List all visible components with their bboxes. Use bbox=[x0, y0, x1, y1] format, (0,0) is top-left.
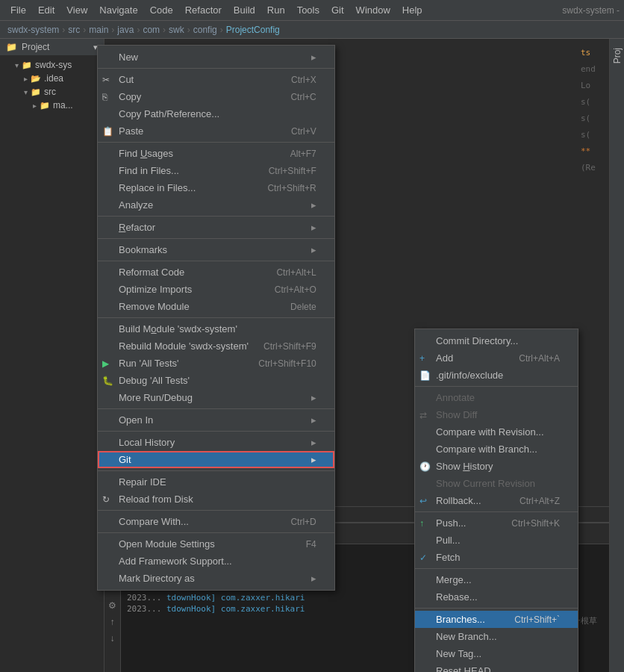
menu-gitinfo[interactable]: 📄 .git/info/exclude bbox=[415, 367, 578, 384]
arrow-up2-icon[interactable]: ↑ bbox=[107, 616, 119, 628]
menu-find-usages[interactable]: Find Usages Alt+F7 bbox=[98, 145, 334, 162]
tree-label: src bbox=[44, 87, 56, 97]
submenu-arrow: ▸ bbox=[311, 244, 316, 255]
menu-debug-tests[interactable]: 🐛 Debug 'All Tests' bbox=[98, 372, 334, 389]
menu-compare-with[interactable]: Compare With... Ctrl+D bbox=[98, 513, 334, 530]
module-settings-shortcut: F4 bbox=[306, 539, 316, 550]
menu-add[interactable]: + Add Ctrl+Alt+A bbox=[415, 349, 578, 367]
menu-new[interactable]: New ▸ bbox=[98, 49, 334, 66]
snippet-3: s( bbox=[581, 94, 593, 111]
paste-icon: 📋 bbox=[102, 126, 113, 137]
expand-arrow: ▸ bbox=[24, 75, 28, 83]
menu-annotate: Annotate bbox=[415, 389, 578, 406]
breadcrumb-active[interactable]: ProjectConfig bbox=[226, 25, 280, 35]
run-tests-label: Run 'All Tests' bbox=[119, 358, 179, 369]
menu-repair-ide[interactable]: Repair IDE bbox=[98, 473, 334, 491]
menu-replace-files[interactable]: Replace in Files... Ctrl+Shift+R bbox=[98, 179, 334, 196]
menu-git[interactable]: Git ▸ bbox=[98, 451, 334, 468]
menu-view[interactable]: View bbox=[60, 2, 93, 18]
push-shortcut: Ctrl+Shift+K bbox=[511, 518, 560, 529]
menu-copy-path[interactable]: Copy Path/Reference... bbox=[98, 105, 334, 122]
breadcrumb-part-4[interactable]: com bbox=[143, 25, 160, 35]
menu-file[interactable]: File bbox=[4, 2, 32, 18]
menu-find-files[interactable]: Find in Files... Ctrl+Shift+F bbox=[98, 162, 334, 179]
menu-mark-directory[interactable]: Mark Directory as ▸ bbox=[98, 570, 334, 587]
find-usages-shortcut: Alt+F7 bbox=[290, 149, 316, 159]
menu-new-tag[interactable]: New Tag... bbox=[415, 645, 578, 662]
sidebar-item-src[interactable]: ▾ 📁 src bbox=[0, 85, 104, 99]
reload-icon: ↻ bbox=[102, 494, 110, 505]
menu-open-in[interactable]: Open In ▸ bbox=[98, 411, 334, 429]
menu-refactor[interactable]: Refactor ▸ bbox=[98, 219, 334, 236]
menu-more-run[interactable]: More Run/Debug ▸ bbox=[98, 389, 334, 406]
arrow-down2-icon[interactable]: ↓ bbox=[107, 632, 119, 644]
menu-refactor[interactable]: Refactor bbox=[179, 2, 228, 18]
menu-copy[interactable]: ⎘ Copy Ctrl+C bbox=[98, 88, 334, 105]
sidebar-item-swdx[interactable]: ▾ 📁 swdx-sys bbox=[0, 58, 104, 72]
menu-build-module[interactable]: Build Module 'swdx-system' bbox=[98, 320, 334, 337]
build-module-label: Build Module 'swdx-system' bbox=[119, 323, 237, 335]
settings-tool-icon[interactable]: ⚙ bbox=[107, 600, 119, 612]
menu-merge[interactable]: Merge... bbox=[415, 571, 578, 588]
menu-code[interactable]: Code bbox=[144, 2, 179, 18]
menu-paste[interactable]: 📋 Paste Ctrl+V bbox=[98, 122, 334, 140]
breadcrumb-part-0[interactable]: swdx-system bbox=[7, 25, 59, 35]
find-files-shortcut: Ctrl+Shift+F bbox=[269, 166, 316, 176]
menu-optimize-imports[interactable]: Optimize Imports Ctrl+Alt+O bbox=[98, 281, 334, 298]
breadcrumb-part-1[interactable]: src bbox=[68, 25, 80, 35]
menu-add-framework[interactable]: Add Framework Support... bbox=[98, 553, 334, 570]
separator bbox=[98, 317, 334, 318]
breadcrumb-part-6[interactable]: config bbox=[193, 25, 217, 35]
menu-pull[interactable]: Pull... bbox=[415, 532, 578, 549]
menu-run[interactable]: Run bbox=[261, 2, 291, 18]
rebase-label: Rebase... bbox=[436, 591, 478, 603]
menu-local-history[interactable]: Local History ▸ bbox=[98, 434, 334, 451]
menu-branches[interactable]: Branches... Ctrl+Shift+` bbox=[415, 611, 578, 628]
menu-reformat[interactable]: Reformat Code Ctrl+Alt+L bbox=[98, 264, 334, 281]
menu-run-tests[interactable]: ▶ Run 'All Tests' Ctrl+Shift+F10 bbox=[98, 355, 334, 372]
menu-reload-disk[interactable]: ↻ Reload from Disk bbox=[98, 491, 334, 508]
sidebar-item-ma[interactable]: ▸ 📁 ma... bbox=[0, 99, 104, 112]
snippet-4: s( bbox=[581, 111, 593, 127]
git-submenu: Commit Directory... + Add Ctrl+Alt+A 📄 .… bbox=[414, 329, 578, 672]
commit-dir-label: Commit Directory... bbox=[436, 335, 518, 346]
analyze-label: Analyze bbox=[119, 199, 153, 211]
menu-rebuild-module[interactable]: Rebuild Module 'swdx-system' Ctrl+Shift+… bbox=[98, 337, 334, 355]
menu-fetch[interactable]: ✓ Fetch bbox=[415, 549, 578, 566]
menu-rollback[interactable]: ↩ Rollback... Ctrl+Alt+Z bbox=[415, 492, 578, 509]
sidebar-item-idea[interactable]: ▸ 📂 .idea bbox=[0, 72, 104, 85]
breadcrumb-part-5[interactable]: swk bbox=[169, 25, 184, 35]
menu-git[interactable]: Git bbox=[325, 2, 350, 18]
menu-remove-module[interactable]: Remove Module Delete bbox=[98, 298, 334, 315]
menu-analyze[interactable]: Analyze ▸ bbox=[98, 196, 334, 214]
menu-new-branch[interactable]: New Branch... bbox=[415, 628, 578, 645]
breadcrumb-part-2[interactable]: main bbox=[89, 25, 108, 35]
menu-module-settings[interactable]: Open Module Settings F4 bbox=[98, 535, 334, 553]
menu-cut[interactable]: ✂ Cut Ctrl+X bbox=[98, 71, 334, 88]
menu-compare-branch[interactable]: Compare with Branch... bbox=[415, 441, 578, 458]
menu-push[interactable]: ↑ Push... Ctrl+Shift+K bbox=[415, 514, 578, 532]
menu-bookmarks[interactable]: Bookmarks ▸ bbox=[98, 241, 334, 258]
menu-window[interactable]: Window bbox=[350, 2, 396, 18]
breadcrumb-part-3[interactable]: java bbox=[117, 25, 134, 35]
menu-reset-head[interactable]: Reset HEAD... bbox=[415, 662, 578, 672]
menu-help[interactable]: Help bbox=[396, 2, 428, 18]
rebuild-shortcut: Ctrl+Shift+F9 bbox=[263, 341, 316, 352]
right-panel-label[interactable]: Proj bbox=[609, 42, 625, 69]
menu-show-history[interactable]: 🕐 Show History bbox=[415, 458, 578, 475]
push-icon: ↑ bbox=[419, 518, 424, 529]
snippet-7: (Re bbox=[581, 160, 593, 176]
menu-edit[interactable]: Edit bbox=[32, 2, 60, 18]
separator bbox=[98, 68, 334, 69]
menu-commit-dir[interactable]: Commit Directory... bbox=[415, 332, 578, 349]
menu-tools[interactable]: Tools bbox=[291, 2, 325, 18]
menu-navigate[interactable]: Navigate bbox=[93, 2, 143, 18]
menu-build[interactable]: Build bbox=[228, 2, 261, 18]
menu-rebase[interactable]: Rebase... bbox=[415, 588, 578, 606]
tree-label: swdx-sys bbox=[35, 60, 72, 70]
menu-compare-revision[interactable]: Compare with Revision... bbox=[415, 423, 578, 441]
debug-tests-label: Debug 'All Tests' bbox=[119, 375, 190, 386]
folder-icon: 📁 bbox=[22, 60, 32, 70]
local-history-label: Local History bbox=[119, 437, 175, 448]
separator bbox=[98, 532, 334, 533]
